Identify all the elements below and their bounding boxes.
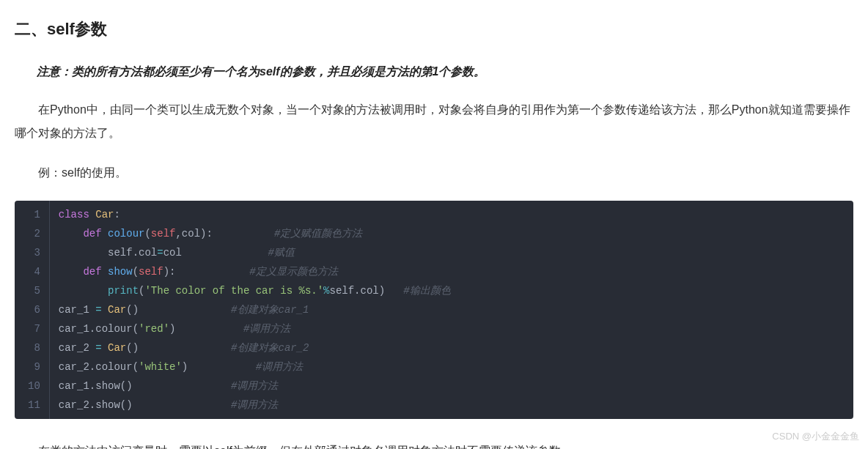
code-line: car_2 = Car() #创建对象car_2	[59, 338, 845, 357]
section-title: 二、self参数	[15, 15, 853, 44]
code-line: class Car:	[59, 205, 845, 224]
line-number: 11	[28, 396, 40, 415]
line-number: 6	[28, 300, 40, 319]
paragraph-3: 在类的方法中访问变量时，需要以self为前缀，但在外部通过对象名调用对象方法时不…	[15, 439, 853, 449]
code-line: car_1.show() #调用方法	[59, 376, 845, 396]
line-number: 5	[28, 281, 40, 300]
code-line: print('The color of the car is %s.'%self…	[59, 281, 845, 300]
line-number: 8	[28, 338, 40, 357]
line-number: 4	[28, 262, 40, 281]
code-line: car_1.colour('red') #调用方法	[59, 319, 845, 338]
line-number: 10	[28, 376, 40, 396]
code-line-numbers: 1234567891011	[15, 201, 49, 419]
code-line: car_1 = Car() #创建对象car_1	[59, 300, 845, 319]
line-number: 1	[28, 205, 40, 224]
line-number: 3	[28, 243, 40, 262]
watermark: CSDN @小金金金鱼	[772, 428, 859, 445]
line-number: 9	[28, 357, 40, 376]
paragraph-1: 在Python中，由同一个类可以生成无数个对象，当一个对象的方法被调用时，对象会…	[15, 98, 853, 145]
code-line: def colour(self,col): #定义赋值颜色方法	[59, 224, 845, 243]
code-line: car_2.show() #调用方法	[59, 396, 845, 415]
paragraph-2: 例：self的使用。	[15, 161, 853, 185]
line-number: 2	[28, 224, 40, 243]
line-number: 7	[28, 319, 40, 338]
code-line: def show(self): #定义显示颜色方法	[59, 262, 845, 281]
code-content: class Car: def colour(self,col): #定义赋值颜色…	[49, 201, 853, 419]
code-block: 1234567891011 class Car: def colour(self…	[15, 201, 853, 419]
note-text: 注意：类的所有方法都必须至少有一个名为self的参数，并且必须是方法的第1个参数…	[15, 62, 853, 83]
code-line: self.col=col #赋值	[59, 243, 845, 262]
code-line: car_2.colour('white') #调用方法	[59, 357, 845, 376]
